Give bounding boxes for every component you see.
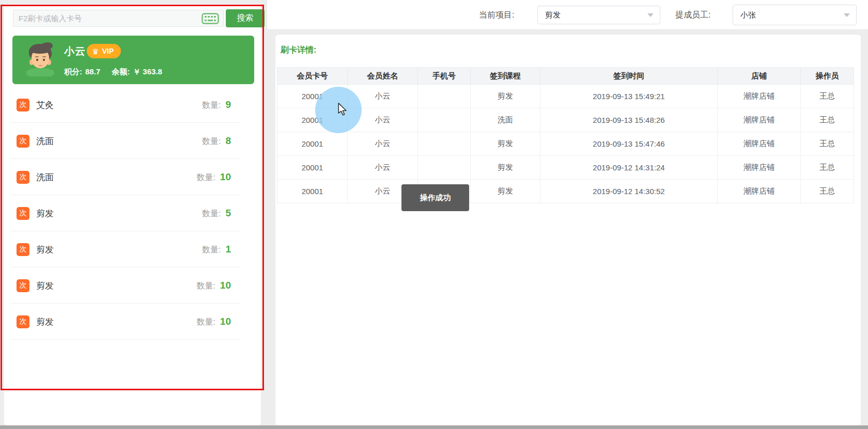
- commission-staff-select[interactable]: 小张: [733, 5, 857, 25]
- quantity-label: 数量:: [196, 172, 215, 183]
- cell-store: 潮牌店铺: [718, 85, 801, 108]
- course-name: 洗面: [36, 171, 54, 183]
- times-card-icon: 次: [17, 243, 29, 256]
- list-item[interactable]: 次 剪发 数量:5: [4, 195, 261, 231]
- cell-phone: [418, 85, 471, 108]
- chevron-down-icon: [844, 13, 850, 17]
- cell-checkin-time: 2019-09-13 15:49:21: [540, 85, 718, 108]
- quantity-value: 10: [220, 280, 231, 291]
- list-item[interactable]: 次 剪发 数量:1: [4, 231, 261, 267]
- cell-operator: 王总: [801, 85, 854, 108]
- current-project-select[interactable]: 剪发: [537, 6, 660, 24]
- cell-store: 潮牌店铺: [718, 108, 801, 132]
- table-row[interactable]: 20001 小云 剪发 2019-09-13 15:49:21 潮牌店铺 王总: [277, 85, 854, 108]
- swipe-details-title: 刷卡详情:: [281, 45, 316, 56]
- cell-checkin-time: 2019-09-12 14:31:24: [540, 156, 718, 180]
- times-card-icon: 次: [17, 315, 29, 328]
- current-project-value: 剪发: [545, 10, 561, 20]
- quantity-value: 5: [225, 208, 231, 219]
- quantity-value: 1: [225, 244, 231, 255]
- list-item[interactable]: 次 剪发 数量:10: [4, 304, 261, 340]
- vip-badge: ♛ VIP: [87, 44, 121, 58]
- table-row[interactable]: 20001 小云 剪发 2019-09-13 15:47:46 潮牌店铺 王总: [277, 132, 854, 156]
- cell-phone: [418, 108, 471, 132]
- table-row[interactable]: 20001 小云 剪发 2019-09-12 14:30:52 潮牌店铺 王总: [277, 180, 854, 203]
- cell-card-number: 20001: [277, 132, 348, 156]
- header-card-number: 会员卡号: [277, 68, 348, 85]
- cell-course: 剪发: [471, 132, 540, 156]
- commission-staff-label: 提成员工:: [675, 0, 710, 30]
- search-button[interactable]: 搜索: [226, 9, 265, 27]
- member-panel: 搜索 小云 ♛ VIP 积分: 88.7 余额: ￥ 363.8: [4, 4, 261, 426]
- crown-icon: ♛: [92, 47, 99, 55]
- table-row[interactable]: 20001 小云 洗面 2019-09-13 15:48:26 潮牌店铺 王总: [277, 108, 854, 132]
- chevron-down-icon: [647, 13, 654, 17]
- cell-operator: 王总: [801, 156, 854, 180]
- cell-card-number: 20001: [277, 108, 348, 132]
- cell-checkin-time: 2019-09-13 15:48:26: [540, 108, 718, 132]
- cell-checkin-time: 2019-09-12 14:30:52: [540, 180, 718, 203]
- points-value: 88.7: [85, 67, 100, 77]
- quantity-label: 数量:: [202, 100, 221, 111]
- cell-store: 潮牌店铺: [718, 156, 801, 180]
- list-item[interactable]: 次 洗面 数量:10: [4, 159, 261, 195]
- cell-operator: 王总: [801, 108, 854, 132]
- commission-staff-value: 小张: [740, 10, 756, 20]
- header-phone: 手机号: [418, 68, 471, 85]
- cell-member-name: 小云: [348, 156, 418, 180]
- table-row[interactable]: 20001 小云 剪发 2019-09-12 14:31:24 潮牌店铺 王总: [277, 156, 854, 180]
- cell-card-number: 20001: [277, 85, 348, 108]
- quantity-label: 数量:: [202, 209, 221, 219]
- quantity-value: 9: [225, 99, 231, 110]
- cell-store: 潮牌店铺: [718, 180, 801, 203]
- cell-phone: [418, 156, 471, 180]
- cell-member-name: 小云: [348, 132, 418, 156]
- list-item[interactable]: 次 剪发 数量:10: [4, 267, 261, 304]
- points-label: 积分:: [64, 67, 82, 77]
- member-stats: 积分: 88.7 余额: ￥ 363.8: [64, 67, 162, 77]
- quantity-value: 10: [220, 171, 231, 183]
- header-course: 签到课程: [471, 68, 540, 85]
- quantity-value: 8: [225, 135, 231, 147]
- times-card-icon: 次: [17, 99, 29, 112]
- cell-card-number: 20001: [277, 180, 348, 203]
- times-card-icon: 次: [17, 135, 29, 148]
- vip-label: VIP: [102, 47, 114, 55]
- current-project-label: 当前项目:: [479, 0, 514, 30]
- cell-checkin-time: 2019-09-13 15:47:46: [540, 132, 718, 156]
- quantity-label: 数量:: [196, 281, 215, 292]
- member-name: 小云: [64, 44, 86, 58]
- times-card-icon: 次: [17, 171, 29, 184]
- header-checkin-time: 签到时间: [540, 68, 718, 85]
- window-bottom-edge: [0, 425, 868, 429]
- keyboard-icon[interactable]: [202, 13, 219, 24]
- times-card-icon: 次: [17, 279, 29, 292]
- card-number-input[interactable]: [13, 10, 224, 27]
- balance-label: 余额:: [112, 67, 130, 77]
- cell-course: 剪发: [471, 85, 540, 108]
- cell-operator: 王总: [801, 180, 854, 203]
- cell-card-number: 20001: [277, 156, 348, 180]
- course-name: 剪发: [36, 280, 54, 292]
- member-avatar: [24, 42, 57, 76]
- member-card: 小云 ♛ VIP 积分: 88.7 余额: ￥ 363.8: [12, 36, 254, 84]
- cell-store: 潮牌店铺: [718, 132, 801, 156]
- header-operator: 操作员: [801, 68, 854, 85]
- table-header-row: 会员卡号 会员姓名 手机号 签到课程 签到时间 店铺 操作员: [277, 68, 854, 85]
- course-name: 剪发: [36, 244, 54, 256]
- cell-member-name: 小云: [348, 108, 418, 132]
- swipe-details-panel: 刷卡详情: 会员卡号 会员姓名 手机号 签到课程 签到时间 店铺 操作员 200…: [275, 35, 861, 425]
- course-name: 剪发: [36, 316, 54, 328]
- top-toolbar: 当前项目: 剪发 提成员工: 小张: [267, 0, 868, 30]
- card-search-bar: 搜索: [13, 9, 264, 27]
- cell-course: 剪发: [471, 180, 540, 203]
- times-card-icon: 次: [17, 207, 29, 220]
- course-name: 洗面: [36, 135, 54, 147]
- list-item[interactable]: 次 艾灸 数量:9: [4, 87, 261, 123]
- course-name: 艾灸: [36, 99, 54, 111]
- header-member-name: 会员姓名: [348, 68, 418, 85]
- quantity-label: 数量:: [202, 245, 221, 256]
- quantity-label: 数量:: [196, 317, 215, 328]
- cell-member-name: 小云: [348, 85, 418, 108]
- list-item[interactable]: 次 洗面 数量:8: [4, 123, 261, 159]
